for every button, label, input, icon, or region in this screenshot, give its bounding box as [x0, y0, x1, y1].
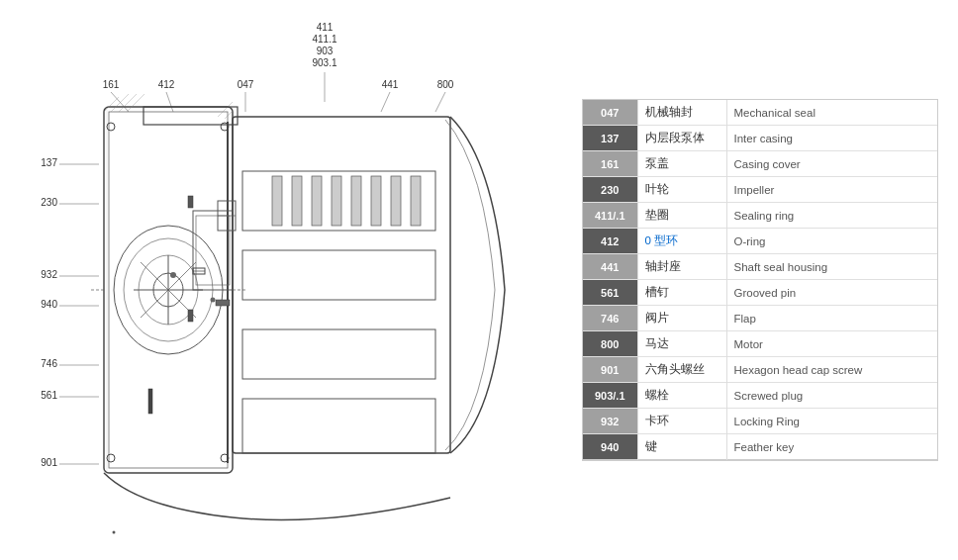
table-row: 940键Feather key [583, 434, 937, 460]
svg-line-20 [381, 92, 390, 112]
svg-line-36 [218, 102, 233, 117]
svg-rect-50 [242, 250, 435, 300]
part-english: Inter casing [726, 126, 937, 151]
svg-text:901: 901 [41, 457, 57, 468]
svg-rect-66 [188, 310, 193, 322]
part-english: Motor [726, 331, 937, 357]
svg-rect-51 [242, 329, 435, 379]
svg-line-32 [104, 97, 119, 112]
part-code: 561 [583, 280, 637, 306]
svg-rect-73 [144, 107, 238, 125]
part-english: Shaft seal housing [726, 254, 937, 280]
svg-text:746: 746 [41, 358, 57, 369]
part-chinese: 槽钉 [637, 280, 726, 306]
table-row: 903/.1螺栓Screwed plug [583, 383, 937, 409]
svg-text:561: 561 [41, 390, 57, 401]
svg-point-74 [170, 272, 176, 278]
part-chinese: 卡环 [637, 409, 726, 434]
part-code: 161 [583, 151, 637, 177]
part-chinese: 内层段泵体 [637, 126, 726, 151]
svg-line-34 [119, 94, 137, 112]
svg-text:800: 800 [437, 79, 454, 90]
part-english: Screwed plug [726, 383, 937, 409]
svg-rect-68 [216, 300, 230, 306]
svg-rect-60 [411, 176, 421, 226]
part-chinese: 0 型环 [637, 229, 726, 254]
part-chinese: 叶轮 [637, 177, 726, 203]
part-english: Grooved pin [726, 280, 937, 306]
svg-line-18 [166, 92, 173, 112]
table-row: 932卡环Locking Ring [583, 409, 937, 434]
svg-rect-31 [233, 117, 450, 453]
table-row: 901六角头螺丝Hexagon head cap screw [583, 357, 937, 383]
svg-text:932: 932 [41, 269, 57, 280]
svg-point-80 [113, 531, 116, 534]
svg-text:047: 047 [238, 79, 254, 90]
part-english: Flap [726, 306, 937, 331]
table-row: 800马达Motor [583, 331, 937, 357]
parts-list-table: 047机械轴封Mechanical seal137内层段泵体Inter casi… [583, 100, 937, 460]
part-code: 137 [583, 126, 637, 151]
svg-text:411.1: 411.1 [312, 34, 336, 45]
part-code: 940 [583, 434, 637, 460]
part-english: Hexagon head cap screw [726, 357, 937, 383]
part-english: Feather key [726, 434, 937, 460]
part-code: 800 [583, 331, 637, 357]
svg-text:161: 161 [103, 79, 120, 90]
part-code: 412 [583, 229, 637, 254]
part-code: 230 [583, 177, 637, 203]
svg-rect-53 [272, 176, 282, 226]
part-chinese: 泵盖 [637, 151, 726, 177]
svg-line-21 [435, 92, 445, 112]
part-chinese: 垫圈 [637, 203, 726, 229]
table-row: 047机械轴封Mechanical seal [583, 100, 937, 126]
part-english: Locking Ring [726, 409, 937, 434]
svg-text:412: 412 [158, 79, 175, 90]
part-code: 047 [583, 100, 637, 126]
part-code: 932 [583, 409, 637, 434]
svg-point-75 [211, 298, 216, 303]
svg-rect-67 [148, 389, 152, 414]
table-row: 411/.1垫圈Sealing ring [583, 203, 937, 229]
svg-rect-65 [188, 196, 193, 208]
part-english: Casing cover [726, 151, 937, 177]
part-english: Sealing ring [726, 203, 937, 229]
svg-line-35 [127, 94, 144, 112]
svg-text:230: 230 [41, 197, 57, 208]
part-english: O-ring [726, 229, 937, 254]
part-english: Mechanical seal [726, 100, 937, 126]
part-chinese: 马达 [637, 331, 726, 357]
table-row: 441轴封座Shaft seal housing [583, 254, 937, 280]
svg-rect-54 [292, 176, 302, 226]
part-chinese: 六角头螺丝 [637, 357, 726, 383]
table-row: 561槽钉Grooved pin [583, 280, 937, 306]
part-code: 441 [583, 254, 637, 280]
diagram-panel: 411 411.1 903 903.1 161 412 047 441 800 … [20, 13, 574, 547]
svg-rect-57 [351, 176, 361, 226]
parts-table-panel: 047机械轴封Mechanical seal137内层段泵体Inter casi… [582, 13, 938, 547]
table-row: 230叶轮Impeller [583, 177, 937, 203]
part-chinese: 轴封座 [637, 254, 726, 280]
part-chinese: 螺栓 [637, 383, 726, 409]
svg-text:411: 411 [317, 22, 334, 33]
svg-text:903: 903 [317, 46, 334, 56]
svg-text:940: 940 [41, 299, 57, 310]
part-chinese: 机械轴封 [637, 100, 726, 126]
svg-rect-59 [391, 176, 401, 226]
part-chinese: 阀片 [637, 306, 726, 331]
svg-text:441: 441 [382, 79, 399, 90]
part-english: Impeller [726, 177, 937, 203]
svg-point-62 [107, 454, 115, 462]
table-row: 161泵盖Casing cover [583, 151, 937, 177]
part-chinese: 键 [637, 434, 726, 460]
svg-rect-56 [332, 176, 341, 226]
svg-point-61 [107, 123, 115, 131]
part-code: 903/.1 [583, 383, 637, 409]
svg-rect-55 [312, 176, 322, 226]
part-code: 746 [583, 306, 637, 331]
table-container: 047机械轴封Mechanical seal137内层段泵体Inter casi… [582, 99, 938, 461]
table-row: 4120 型环O-ring [583, 229, 937, 254]
technical-drawing: 411 411.1 903 903.1 161 412 047 441 800 … [20, 13, 574, 547]
svg-rect-58 [371, 176, 381, 226]
svg-rect-52 [242, 399, 435, 453]
